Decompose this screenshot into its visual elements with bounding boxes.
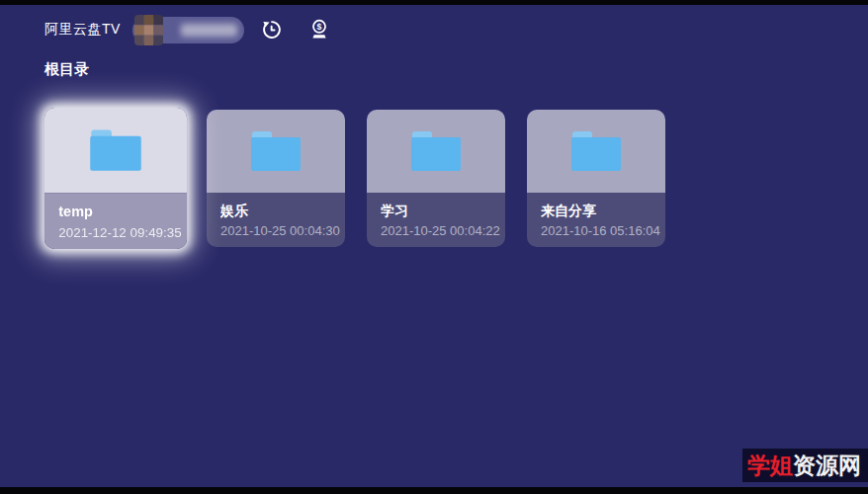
section-title-root-directory: 根目录 xyxy=(44,60,89,79)
folder-card-2[interactable]: 学习 2021-10-25 00:04:22 xyxy=(367,110,505,247)
history-icon xyxy=(261,19,283,41)
history-button[interactable] xyxy=(261,18,283,41)
folder-thumbnail xyxy=(527,110,665,193)
folder-meta: 娱乐 2021-10-25 00:04:30 xyxy=(207,193,345,247)
user-avatar xyxy=(134,15,163,45)
letterbox-top xyxy=(0,0,868,5)
folder-meta: 学习 2021-10-25 00:04:22 xyxy=(367,193,505,247)
watermark-highlight: 学姐 xyxy=(747,451,793,481)
watermark-rest: 资源网 xyxy=(793,451,861,481)
folder-thumbnail xyxy=(44,108,187,194)
aliyun-drive-tv-screen: 阿里云盘TV $ xyxy=(0,0,868,494)
user-name-blurred xyxy=(181,24,237,37)
folder-card-3[interactable]: 来自分享 2021-10-16 05:16:04 xyxy=(527,110,665,247)
folder-date: 2021-10-25 00:04:22 xyxy=(381,223,491,238)
avatar-mosaic xyxy=(134,15,163,45)
folder-thumbnail xyxy=(367,110,505,193)
folder-name: 学习 xyxy=(381,202,491,219)
folder-name: 来自分享 xyxy=(541,202,651,219)
folder-icon xyxy=(251,131,301,171)
folder-date: 2021-12-12 09:49:35 xyxy=(58,224,172,239)
folder-card-0[interactable]: temp 2021-12-12 09:49:35 xyxy=(44,108,187,249)
app-title: 阿里云盘TV xyxy=(44,21,121,39)
folder-icon xyxy=(411,131,461,171)
folder-icon xyxy=(571,131,621,171)
folder-date: 2021-10-16 05:16:04 xyxy=(541,223,651,238)
folder-name: 娱乐 xyxy=(220,202,331,219)
user-account-pill[interactable] xyxy=(132,17,244,43)
folder-thumbnail xyxy=(207,110,345,193)
folder-icon xyxy=(90,130,141,171)
letterbox-bottom xyxy=(0,487,868,494)
svg-text:$: $ xyxy=(316,22,321,32)
folder-meta: temp 2021-12-12 09:49:35 xyxy=(44,193,187,249)
folder-name: temp xyxy=(58,203,172,221)
donate-coin-icon: $ xyxy=(308,18,330,41)
donate-button[interactable]: $ xyxy=(308,18,330,41)
folder-date: 2021-10-25 00:04:30 xyxy=(220,223,331,238)
folder-card-1[interactable]: 娱乐 2021-10-25 00:04:30 xyxy=(207,110,345,247)
folder-grid: temp 2021-12-12 09:49:35 娱乐 2021-10-25 0… xyxy=(46,110,665,247)
site-watermark: 学姐资源网 xyxy=(742,449,868,482)
app-header: 阿里云盘TV $ xyxy=(44,14,330,45)
folder-meta: 来自分享 2021-10-16 05:16:04 xyxy=(527,193,665,247)
